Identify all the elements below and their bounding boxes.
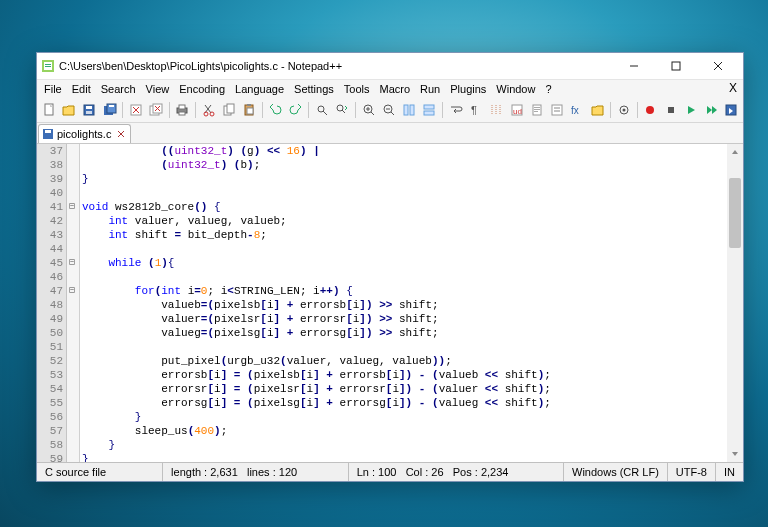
- separator-icon: [610, 102, 611, 118]
- doc-map-icon[interactable]: [527, 100, 546, 120]
- titlebar[interactable]: C:\Users\ben\Desktop\PicoLights\picoligh…: [37, 53, 743, 80]
- status-insert-mode[interactable]: IN: [716, 463, 743, 481]
- menu-encoding[interactable]: Encoding: [174, 82, 230, 96]
- menu-search[interactable]: Search: [96, 82, 141, 96]
- fold-gutter[interactable]: ⊟⊟⊟⊟: [67, 144, 80, 462]
- menu-help[interactable]: ?: [540, 82, 556, 96]
- status-length: length : 2,631 lines : 120: [163, 463, 349, 481]
- play-multi-icon[interactable]: [701, 100, 720, 120]
- svg-rect-10: [86, 106, 92, 109]
- editor[interactable]: 3738394041424344454647484950515253545556…: [37, 144, 743, 462]
- close-button[interactable]: [697, 55, 739, 77]
- close-all-icon[interactable]: [146, 100, 165, 120]
- sync-vscroll-icon[interactable]: [399, 100, 418, 120]
- menu-settings[interactable]: Settings: [289, 82, 339, 96]
- status-encoding[interactable]: UTF-8: [668, 463, 716, 481]
- close-file-icon[interactable]: [126, 100, 145, 120]
- show-all-chars-icon[interactable]: ¶: [466, 100, 485, 120]
- fold-marker[interactable]: ⊟: [69, 284, 75, 298]
- svg-rect-46: [410, 105, 414, 115]
- svg-text:ud: ud: [513, 107, 522, 116]
- svg-point-65: [646, 106, 654, 114]
- tab-label: picolights.c: [57, 128, 111, 140]
- doc-list-icon[interactable]: [548, 100, 567, 120]
- secondary-close-icon[interactable]: X: [729, 81, 737, 95]
- menubar: File Edit Search View Encoding Language …: [37, 80, 743, 98]
- separator-icon: [169, 102, 170, 118]
- sync-hscroll-icon[interactable]: [420, 100, 439, 120]
- tab-picolights[interactable]: picolights.c: [38, 124, 131, 143]
- find-icon[interactable]: [312, 100, 331, 120]
- scroll-thumb[interactable]: [729, 178, 741, 248]
- svg-point-27: [204, 112, 208, 116]
- paste-icon[interactable]: [240, 100, 259, 120]
- vertical-scrollbar[interactable]: [727, 144, 743, 462]
- tabstrip: picolights.c: [37, 123, 743, 144]
- svg-rect-2: [45, 64, 51, 65]
- zoom-in-icon[interactable]: [359, 100, 378, 120]
- svg-rect-24: [179, 112, 185, 115]
- menu-run[interactable]: Run: [415, 82, 445, 96]
- menu-view[interactable]: View: [141, 82, 175, 96]
- svg-rect-30: [227, 104, 234, 113]
- notepadpp-window: C:\Users\ben\Desktop\PicoLights\picoligh…: [36, 52, 744, 482]
- svg-line-44: [391, 112, 394, 115]
- maximize-button[interactable]: [655, 55, 697, 77]
- menu-file[interactable]: File: [39, 82, 67, 96]
- open-file-icon[interactable]: [59, 100, 78, 120]
- print-icon[interactable]: [173, 100, 192, 120]
- redo-icon[interactable]: [286, 100, 305, 120]
- svg-rect-32: [247, 104, 251, 106]
- scroll-down-icon[interactable]: [727, 446, 743, 462]
- function-list-icon[interactable]: fx: [568, 100, 587, 120]
- play-macro-icon[interactable]: [681, 100, 700, 120]
- save-all-icon[interactable]: [100, 100, 119, 120]
- svg-rect-23: [179, 105, 185, 109]
- new-file-icon[interactable]: [39, 100, 58, 120]
- separator-icon: [122, 102, 123, 118]
- svg-rect-33: [247, 108, 253, 114]
- status-filetype: C source file: [37, 463, 163, 481]
- svg-rect-14: [109, 105, 114, 107]
- scroll-up-icon[interactable]: [727, 144, 743, 160]
- menu-language[interactable]: Language: [230, 82, 289, 96]
- save-macro-icon[interactable]: [722, 100, 741, 120]
- menu-edit[interactable]: Edit: [67, 82, 96, 96]
- replace-icon[interactable]: [333, 100, 352, 120]
- folder-workspace-icon[interactable]: [588, 100, 607, 120]
- svg-rect-45: [404, 105, 408, 115]
- minimize-button[interactable]: [613, 55, 655, 77]
- svg-rect-8: [45, 104, 53, 115]
- stop-macro-icon[interactable]: [661, 100, 680, 120]
- menu-plugins[interactable]: Plugins: [445, 82, 491, 96]
- separator-icon: [637, 102, 638, 118]
- copy-icon[interactable]: [219, 100, 238, 120]
- indent-guide-icon[interactable]: [487, 100, 506, 120]
- zoom-out-icon[interactable]: [379, 100, 398, 120]
- wordwrap-icon[interactable]: [446, 100, 465, 120]
- ud-lang-icon[interactable]: ud: [507, 100, 526, 120]
- separator-icon: [195, 102, 196, 118]
- tab-close-icon[interactable]: [116, 129, 126, 139]
- svg-point-64: [622, 109, 625, 112]
- svg-line-35: [323, 111, 327, 115]
- line-number-gutter: 3738394041424344454647484950515253545556…: [37, 144, 67, 462]
- svg-rect-58: [534, 111, 538, 112]
- svg-rect-47: [424, 105, 434, 109]
- menu-tools[interactable]: Tools: [339, 82, 375, 96]
- statusbar: C source file length : 2,631 lines : 120…: [37, 462, 743, 481]
- svg-rect-66: [668, 107, 674, 113]
- svg-rect-5: [672, 62, 680, 70]
- code-area[interactable]: ((uint32_t) (g) << 16) | (uint32_t) (b);…: [80, 144, 743, 462]
- monitor-icon[interactable]: [614, 100, 633, 120]
- cut-icon[interactable]: [199, 100, 218, 120]
- undo-icon[interactable]: [266, 100, 285, 120]
- fold-marker[interactable]: ⊟: [69, 200, 75, 214]
- record-macro-icon[interactable]: [641, 100, 660, 120]
- status-eol[interactable]: Windows (CR LF): [564, 463, 668, 481]
- menu-macro[interactable]: Macro: [374, 82, 415, 96]
- svg-rect-48: [424, 111, 434, 115]
- save-icon[interactable]: [80, 100, 99, 120]
- menu-window[interactable]: Window: [491, 82, 540, 96]
- fold-marker[interactable]: ⊟: [69, 256, 75, 270]
